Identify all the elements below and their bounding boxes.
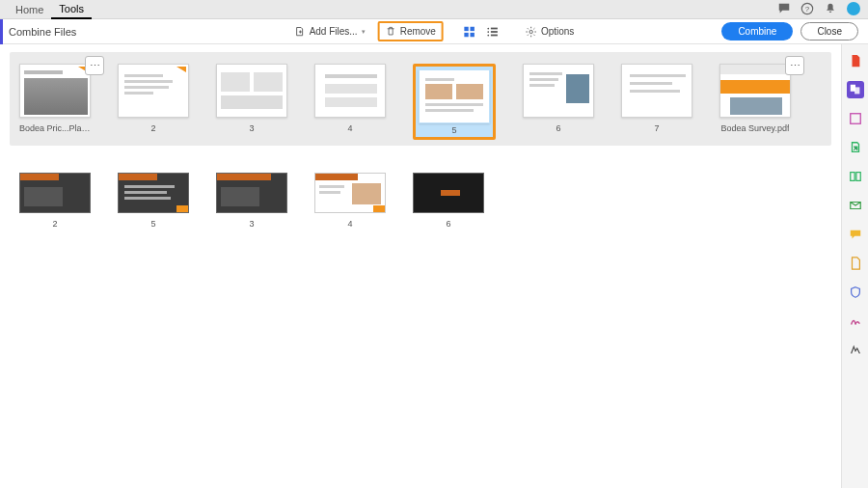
svg-point-10 <box>488 34 490 36</box>
svg-rect-9 <box>491 31 498 33</box>
rail-more-icon[interactable] <box>847 341 864 359</box>
rail-edit-icon[interactable] <box>847 110 864 127</box>
svg-text:?: ? <box>805 5 810 14</box>
thumb-caption: 4 <box>347 123 352 133</box>
svg-rect-4 <box>465 32 469 36</box>
rail-sign-icon[interactable] <box>847 312 864 330</box>
thumb-caption: 7 <box>654 123 659 133</box>
loose-row: 2 5 3 <box>10 173 831 229</box>
thumb-caption: 5 <box>451 125 456 135</box>
list-view-button[interactable] <box>484 23 502 41</box>
file-group: ⋯ Bodea Pric...Plans.pptx 2 <box>10 52 831 146</box>
thumb-slide-1[interactable] <box>19 64 91 118</box>
add-files-icon <box>294 26 306 38</box>
svg-rect-5 <box>471 32 475 36</box>
remove-button[interactable]: Remove <box>378 21 444 41</box>
thumb-slide-6[interactable] <box>523 64 594 118</box>
add-files-label: Add Files... <box>310 26 358 37</box>
add-files-button[interactable]: Add Files... ▾ <box>287 22 372 41</box>
svg-rect-16 <box>850 173 854 181</box>
thumb-slide-7[interactable] <box>621 64 692 118</box>
svg-rect-11 <box>491 34 498 36</box>
toolbar-title: Combine Files <box>3 26 76 38</box>
svg-point-8 <box>488 31 490 33</box>
thumb-caption: 3 <box>249 123 254 133</box>
svg-rect-2 <box>465 26 469 30</box>
thumb-selected[interactable]: 5 <box>413 64 496 140</box>
thumb-dark-2[interactable] <box>118 173 189 213</box>
thumb-slide-5[interactable] <box>419 69 490 123</box>
thumb-caption: 4 <box>347 219 352 229</box>
rail-export-icon[interactable] <box>847 139 864 156</box>
svg-point-12 <box>529 30 532 33</box>
canvas: ⋯ Bodea Pric...Plans.pptx 2 <box>0 44 841 488</box>
thumb-dark-1[interactable] <box>19 173 91 213</box>
thumb-caption: 3 <box>249 219 254 229</box>
rail-comment-icon[interactable] <box>847 226 864 243</box>
expand-handle[interactable]: ⋯ <box>785 56 804 75</box>
gear-icon <box>526 26 537 38</box>
combine-button[interactable]: Combine <box>721 22 793 41</box>
help-icon[interactable]: ? <box>800 2 814 15</box>
grid-view-button[interactable] <box>461 23 478 41</box>
grid-icon <box>463 25 476 39</box>
thumb-caption: Bodea Survey.pdf <box>721 123 790 133</box>
thumb-light-4[interactable] <box>314 173 386 213</box>
thumb-caption: 2 <box>150 123 155 133</box>
thumb-file-2[interactable] <box>719 64 791 118</box>
thumb-slide-3[interactable] <box>216 64 287 118</box>
comments-icon[interactable] <box>777 2 791 15</box>
svg-rect-17 <box>855 173 859 181</box>
thumb-caption: 6 <box>556 123 560 133</box>
list-icon <box>486 25 500 39</box>
chevron-down-icon: ▾ <box>362 28 366 36</box>
thumb-slide-2[interactable] <box>118 64 189 118</box>
rail-fill-sign-icon[interactable] <box>847 255 864 272</box>
rail-create-pdf-icon[interactable] <box>847 52 864 69</box>
svg-rect-7 <box>491 27 498 29</box>
thumb-caption: 2 <box>52 219 57 229</box>
thumb-caption: 6 <box>446 219 450 229</box>
svg-rect-15 <box>850 114 860 124</box>
rail-organize-icon[interactable] <box>847 168 864 185</box>
rail-combine-icon[interactable] <box>847 81 864 98</box>
svg-point-6 <box>488 27 490 29</box>
expand-handle[interactable]: ⋯ <box>85 56 104 75</box>
thumb-dark-3[interactable] <box>216 173 287 213</box>
bell-icon[interactable] <box>824 2 837 15</box>
thumb-slide-4[interactable] <box>314 64 386 118</box>
rail-protect-icon[interactable] <box>847 284 864 301</box>
avatar[interactable] <box>847 2 860 15</box>
thumb-caption: 5 <box>150 219 155 229</box>
close-button[interactable]: Close <box>800 22 858 41</box>
svg-rect-14 <box>854 87 859 94</box>
combine-toolbar: Combine Files Add Files... ▾ Remove Opti… <box>0 19 868 44</box>
options-button[interactable]: Options <box>519 22 581 41</box>
tab-home[interactable]: Home <box>8 1 51 18</box>
remove-label: Remove <box>400 26 436 37</box>
app-tabs-bar: Home Tools ? <box>0 0 868 19</box>
right-rail <box>841 44 868 488</box>
thumb-caption: Bodea Pric...Plans.pptx <box>19 123 91 133</box>
svg-rect-3 <box>471 26 475 30</box>
thumb-dark-5[interactable] <box>413 173 484 213</box>
tab-tools[interactable]: Tools <box>51 0 92 19</box>
rail-send-icon[interactable] <box>847 197 864 214</box>
options-label: Options <box>541 26 574 37</box>
trash-icon <box>386 26 396 37</box>
